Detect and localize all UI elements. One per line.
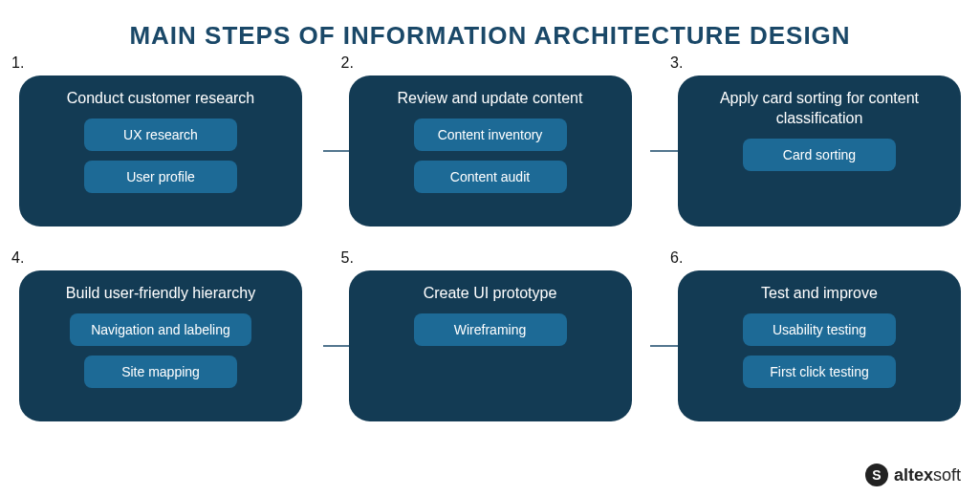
step-card: Build user-friendly hierarchy Navigation… [19,270,302,421]
step-title: Conduct customer research [67,89,255,109]
brand-name: altexsoft [894,465,961,485]
step-5: 5. Create UI prototype Wireframing [349,270,632,421]
step-number: 6. [670,249,683,267]
step-4: 4. Build user-friendly hierarchy Navigat… [19,270,302,421]
step-3: 3. Apply card sorting for content classi… [678,75,961,226]
brand-footer: S altexsoft [865,464,961,486]
step-number: 5. [341,249,354,267]
pill-list: UX research User profile [34,119,287,193]
pill-list: Wireframing [364,313,617,346]
step-card: Test and improve Usability testing First… [678,270,961,421]
pill: Usability testing [743,313,896,346]
step-6: 6. Test and improve Usability testing Fi… [678,270,961,421]
step-card: Review and update content Content invent… [349,75,632,226]
pill-list: Content inventory Content audit [364,119,617,193]
pill: Content audit [414,161,567,193]
pill: Navigation and labeling [70,313,251,346]
pill-list: Navigation and labeling Site mapping [34,313,287,388]
page-title: MAIN STEPS OF INFORMATION ARCHITECTURE D… [0,0,980,58]
step-card: Apply card sorting for content classific… [678,75,961,226]
step-title: Create UI prototype [424,284,557,304]
pill: Wireframing [414,313,567,346]
step-card: Conduct customer research UX research Us… [19,75,302,226]
step-1: 1. Conduct customer research UX research… [19,75,302,226]
step-number: 3. [670,54,683,72]
diagram-row-2: 4. Build user-friendly hierarchy Navigat… [19,270,961,421]
step-title: Test and improve [761,284,878,304]
step-card: Create UI prototype Wireframing [349,270,632,421]
pill: First click testing [743,356,896,388]
step-number: 2. [341,54,354,72]
step-number: 4. [11,249,24,267]
step-2: 2. Review and update content Content inv… [349,75,632,226]
pill-list: Card sorting [693,139,946,171]
diagram-row-1: 1. Conduct customer research UX research… [19,75,961,226]
pill: User profile [84,161,237,193]
step-title: Build user-friendly hierarchy [66,284,255,304]
pill: Site mapping [84,356,237,388]
step-number: 1. [11,54,24,72]
step-title: Review and update content [398,89,583,109]
diagram-grid: 1. Conduct customer research UX research… [0,75,980,421]
brand-logo-icon: S [865,464,888,486]
pill-list: Usability testing First click testing [693,313,946,388]
pill: Content inventory [414,119,567,151]
pill: Card sorting [743,139,896,171]
step-title: Apply card sorting for content classific… [693,89,946,129]
pill: UX research [84,119,237,151]
